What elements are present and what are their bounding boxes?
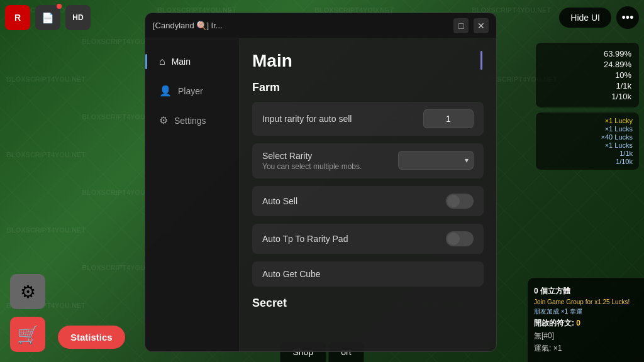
sidebar: ⌂ Main 👤 Player ⚙ Settings — [145, 38, 240, 351]
settings-icon-button[interactable]: ⚙ — [10, 274, 45, 309]
farm-section-title: Farm — [252, 81, 484, 94]
select-rarity-left: Select Rarity You can select multiple mo… — [262, 151, 391, 171]
bottom-right-panel: 0 個立方體 Join Game Group for x1.25 Lucks! … — [528, 278, 644, 362]
luck-item-4: ×1 Lucks — [542, 141, 633, 149]
auto-tp-row: Auto Tp To Rarity Pad — [252, 224, 484, 254]
dialog-controls: □ ✕ — [453, 18, 489, 33]
auto-tp-label: Auto Tp To Rarity Pad — [262, 234, 348, 244]
dialog-title: [Candyland 🍭] Ir... — [153, 21, 453, 30]
sidebar-label-settings: Settings — [174, 116, 206, 126]
statistics-button[interactable]: Statistics — [58, 326, 125, 349]
stat-percent-5: 1/10k — [543, 92, 631, 101]
auto-get-cube-row: Auto Get Cube — [252, 261, 484, 287]
auto-tp-toggle[interactable] — [446, 231, 474, 246]
luck-stat: 運氣: ×1 — [534, 343, 638, 354]
watermark-8: BLOXSCRIPT4YOU.NET — [6, 75, 86, 83]
join-group-label: Join Game Group for x1.25 Lucks! — [534, 299, 638, 305]
auto-tp-knob — [447, 233, 460, 245]
sidebar-item-player[interactable]: 👤 Player — [149, 77, 235, 104]
dialog-titlebar: [Candyland 🍭] Ir... □ ✕ — [145, 13, 496, 38]
scrollbar-indicator — [480, 51, 482, 70]
main-content-area: Main Farm Input rarity for auto sell Sel… — [240, 38, 496, 351]
top-left-icons: R 📄 HD — [0, 0, 96, 35]
rarity-input-label: Input rarity for auto sell — [262, 114, 352, 124]
player-icon: 👤 — [159, 85, 172, 97]
friend-label: 朋友加成 ×1 幸運 — [534, 307, 638, 316]
stat-percent-2: 24.89% — [543, 60, 631, 69]
luck-item-5: 1/1k — [542, 150, 633, 157]
gear-icon: ⚙ — [159, 114, 168, 126]
sidebar-item-settings[interactable]: ⚙ Settings — [149, 107, 235, 134]
sidebar-item-main[interactable]: ⌂ Main — [149, 48, 235, 75]
cubes-stat: 0 個立方體 — [534, 286, 638, 297]
select-rarity-row: Select Rarity You can select multiple mo… — [252, 143, 484, 178]
roblox-icon[interactable]: R — [5, 5, 30, 30]
document-icon[interactable]: 📄 — [35, 5, 60, 30]
more-button[interactable]: ••• — [616, 6, 639, 29]
watermark-13: BLOXSCRIPT4YOU.NET — [6, 151, 86, 158]
dialog-content: ⌂ Main 👤 Player ⚙ Settings Main Farm — [145, 38, 496, 351]
select-rarity-dropdown-wrapper: ▾ — [398, 151, 474, 170]
sidebar-label-player: Player — [178, 86, 203, 96]
sidebar-label-main: Main — [172, 57, 191, 67]
close-button[interactable]: ✕ — [474, 18, 489, 33]
minimize-button[interactable]: □ — [453, 18, 469, 33]
notification-dot — [57, 4, 62, 9]
select-rarity-dropdown[interactable] — [398, 151, 474, 170]
luck-item-1: ×1 Lucky — [542, 117, 633, 124]
luck-item-3: ×40 Lucks — [542, 133, 633, 141]
open-rune-label: 開啟的符文: 0 — [534, 318, 638, 329]
main-dialog: [Candyland 🍭] Ir... □ ✕ ⌂ Main 👤 Player … — [145, 13, 497, 352]
hd-icon[interactable]: HD — [65, 5, 91, 30]
luck-item-6: 1/10k — [542, 158, 633, 165]
rarity-input-row: Input rarity for auto sell — [252, 102, 484, 136]
auto-sell-toggle[interactable] — [446, 194, 474, 209]
stat-percent-4: 1/1k — [543, 81, 631, 90]
main-title: Main — [252, 51, 484, 71]
select-rarity-sublabel: You can select multiple mobs. — [262, 162, 391, 171]
cart-icon-button[interactable]: 🛒 — [10, 317, 45, 352]
auto-sell-knob — [447, 195, 460, 207]
auto-get-cube-label: Auto Get Cube — [262, 269, 321, 279]
stat-percent-1: 63.99% — [543, 49, 631, 58]
no-label: 無[#0] — [534, 331, 638, 341]
percentage-stats-box: 63.99% 24.89% 10% 1/1k 1/10k — [536, 43, 639, 107]
top-right: Hide UI ••• — [554, 1, 644, 34]
watermark-16: BLOXSCRIPT4YOU.NET — [6, 226, 86, 234]
farm-section: Input rarity for auto sell Select Rarity… — [252, 102, 484, 287]
right-panel: 63.99% 24.89% 10% 1/1k 1/10k ×1 Lucky ×1… — [531, 38, 644, 177]
auto-sell-row: Auto Sell — [252, 186, 484, 216]
luck-item-2: ×1 Lucks — [542, 125, 633, 133]
auto-sell-label: Auto Sell — [262, 196, 297, 206]
secret-section-title: Secret — [252, 297, 484, 310]
home-icon: ⌂ — [159, 56, 165, 67]
select-rarity-label: Select Rarity — [262, 151, 391, 161]
rarity-input-field[interactable] — [423, 109, 474, 128]
hide-ui-button[interactable]: Hide UI — [559, 8, 611, 28]
luck-box: ×1 Lucky ×1 Lucks ×40 Lucks ×1 Lucks 1/1… — [536, 112, 639, 170]
bottom-left-stack: ⚙ 🛒 Statistics — [0, 266, 135, 362]
stat-percent-3: 10% — [543, 70, 631, 80]
